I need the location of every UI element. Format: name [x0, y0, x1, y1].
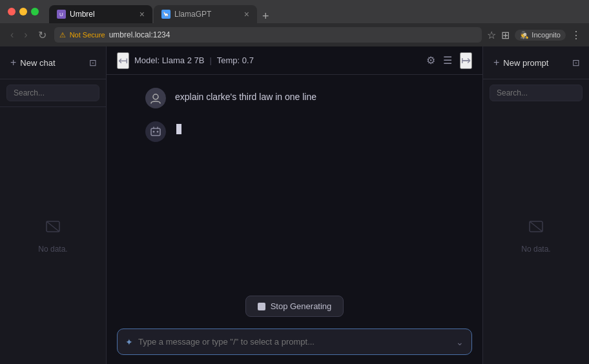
- incognito-icon: 🕵: [520, 31, 529, 39]
- chat-header-right: ⚙ ☰ ↦: [426, 52, 472, 69]
- plus-icon: +: [10, 57, 16, 68]
- new-chat-button[interactable]: + New chat: [6, 54, 83, 71]
- model-info: Model: Llama 2 7B | Temp: 0.7: [134, 56, 254, 65]
- prompt-plus-icon: +: [493, 57, 499, 68]
- tab-umbrel-label: Umbrel: [70, 10, 95, 19]
- svg-point-4: [153, 131, 155, 133]
- message-ai: [145, 121, 444, 142]
- new-chat-label: New chat: [20, 58, 55, 68]
- tab-umbrel[interactable]: U Umbrel ×: [49, 5, 152, 23]
- svg-rect-3: [151, 128, 160, 136]
- left-sidebar-content: No data.: [0, 107, 106, 364]
- message-user: explain clarke's third law in one line: [145, 88, 444, 108]
- chat-header: ↤ Model: Llama 2 7B | Temp: 0.7 ⚙ ☰ ↦: [107, 46, 482, 75]
- right-sidebar: + New prompt ⊡ No data.: [482, 46, 589, 364]
- incognito-label: Incognito: [532, 31, 561, 39]
- sidebar-edit-button[interactable]: ⊡: [87, 55, 99, 70]
- collapse-left-button[interactable]: ↤: [117, 52, 129, 69]
- maximize-window-button[interactable]: [31, 8, 39, 15]
- app-container: + New chat ⊡ No data. ↤ Model: Ll: [0, 46, 589, 364]
- security-label: Not Secure: [70, 31, 105, 39]
- main-chat-area: ↤ Model: Llama 2 7B | Temp: 0.7 ⚙ ☰ ↦: [107, 46, 482, 364]
- no-data-icon: [44, 217, 62, 239]
- close-window-button[interactable]: [8, 8, 16, 15]
- chat-search-input[interactable]: [6, 85, 99, 101]
- menu-dots-button[interactable]: ☰: [443, 54, 452, 66]
- temp-label: Temp: 0.7: [217, 56, 254, 65]
- security-icon: ⚠: [59, 31, 66, 39]
- user-avatar: [145, 88, 166, 108]
- left-sidebar-header: + New chat ⊡: [0, 46, 106, 79]
- incognito-badge: 🕵 Incognito: [515, 30, 566, 41]
- tab-llamagpt-label: LlamaGPT: [174, 10, 211, 19]
- new-prompt-label: New prompt: [503, 58, 548, 68]
- address-text: umbrel.local:1234: [109, 30, 170, 39]
- ai-message-content: [175, 121, 181, 138]
- input-area: ✦ ⌄: [107, 323, 482, 364]
- left-sidebar: + New chat ⊡ No data.: [0, 46, 107, 364]
- ai-avatar: [145, 121, 166, 142]
- right-sidebar-search: [483, 79, 589, 106]
- address-bar[interactable]: ⚠ Not Secure umbrel.local:1234: [54, 27, 482, 43]
- model-label: Model: Llama 2 7B: [134, 56, 204, 65]
- menu-button[interactable]: ⋮: [571, 29, 581, 41]
- stop-btn-container: Stop Generating: [107, 289, 482, 323]
- stop-generating-button[interactable]: Stop Generating: [245, 296, 344, 317]
- minimize-window-button[interactable]: [19, 8, 27, 15]
- reload-button[interactable]: ↻: [36, 28, 49, 43]
- chat-input-wrapper: ✦ ⌄: [117, 329, 472, 355]
- svg-line-1: [46, 221, 59, 232]
- right-no-data-label: No data.: [521, 245, 550, 254]
- llamagpt-favicon: 🦙: [161, 10, 170, 19]
- tab-llamagpt[interactable]: 🦙 LlamaGPT ×: [154, 5, 257, 23]
- stop-generating-label: Stop Generating: [271, 301, 332, 311]
- browser-tabs: U Umbrel × 🦙 LlamaGPT × +: [49, 0, 524, 23]
- right-no-data-icon: [527, 217, 545, 239]
- tab-llamagpt-close[interactable]: ×: [244, 9, 249, 19]
- svg-point-2: [153, 94, 158, 99]
- bookmark-button[interactable]: ☆: [487, 29, 496, 41]
- browser-chrome: U Umbrel × 🦙 LlamaGPT × + ‹ › ↻ ⚠ Not Se…: [0, 0, 589, 46]
- left-sidebar-search: [0, 79, 106, 107]
- input-action-button[interactable]: ⌄: [456, 337, 464, 347]
- typing-cursor: [176, 124, 181, 134]
- settings-button[interactable]: ⚙: [426, 54, 435, 66]
- back-button[interactable]: ‹: [8, 28, 16, 42]
- prompt-search-input[interactable]: [490, 85, 583, 101]
- messages-area: explain clarke's third law in one line: [107, 75, 482, 289]
- collapse-right-button[interactable]: ↦: [460, 52, 472, 69]
- no-data-label: No data.: [38, 245, 67, 254]
- prompt-edit-button[interactable]: ⊡: [570, 55, 583, 70]
- right-sidebar-header: + New prompt ⊡: [483, 46, 589, 79]
- browser-toolbar: ‹ › ↻ ⚠ Not Secure umbrel.local:1234 ☆ ⊞…: [0, 23, 589, 46]
- traffic-lights: [8, 8, 39, 15]
- chat-header-left: ↤ Model: Llama 2 7B | Temp: 0.7: [117, 52, 254, 69]
- tab-umbrel-close[interactable]: ×: [140, 9, 145, 19]
- extensions-button[interactable]: ⊞: [501, 29, 510, 41]
- stop-icon: [258, 303, 265, 310]
- browser-actions: ☆ ⊞ 🕵 Incognito ⋮: [487, 29, 581, 41]
- umbrel-favicon: U: [57, 10, 66, 19]
- forward-button[interactable]: ›: [21, 28, 30, 42]
- svg-line-8: [530, 221, 542, 232]
- browser-titlebar: U Umbrel × 🦙 LlamaGPT × +: [0, 0, 589, 23]
- user-message-content: explain clarke's third law in one line: [175, 88, 316, 104]
- model-separator: |: [209, 56, 211, 65]
- right-sidebar-content: No data.: [483, 106, 589, 364]
- new-tab-button[interactable]: +: [258, 10, 273, 23]
- svg-point-5: [157, 131, 159, 133]
- chat-message-input[interactable]: [138, 329, 451, 354]
- spark-icon: ✦: [125, 337, 133, 347]
- new-prompt-button[interactable]: + New prompt: [490, 54, 566, 71]
